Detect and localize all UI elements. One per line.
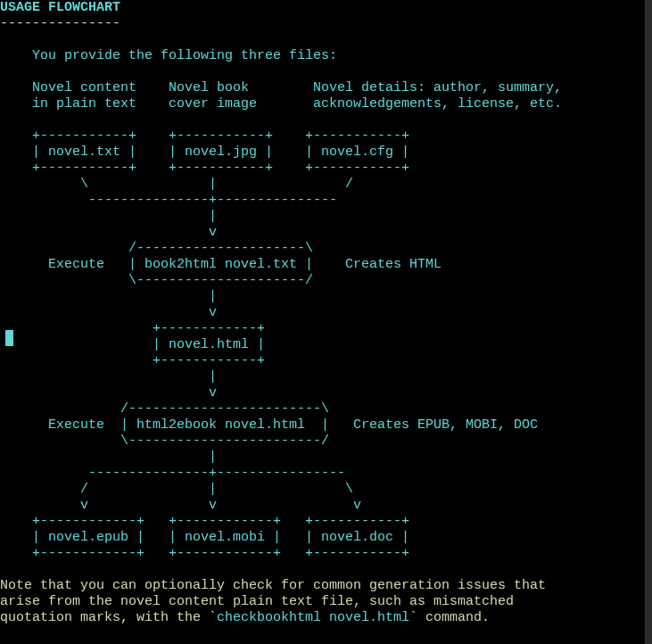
section-title: USAGE FLOWCHART [0,0,120,15]
text-cursor [5,330,13,346]
note-command: checkbookhtml novel.html [217,610,409,625]
note-text-2: ` command. [409,610,490,625]
title-underline: --------------- [0,16,120,31]
flowchart-diagram: You provide the following three files: N… [0,48,562,561]
scrollbar-track[interactable] [645,0,652,644]
